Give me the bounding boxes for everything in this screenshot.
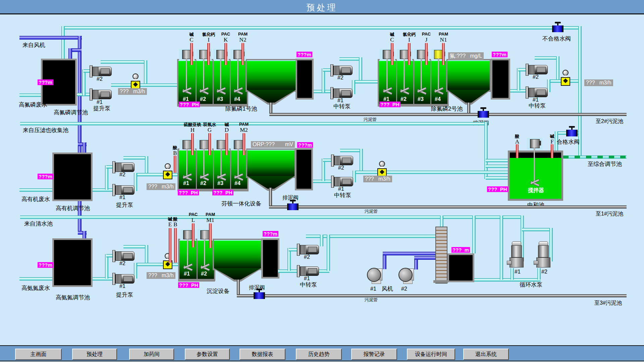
nav-dosing-room[interactable]: 加药间 — [129, 349, 174, 360]
row1-sump1-level-value: ???m — [297, 52, 312, 57]
pipe — [19, 188, 52, 192]
row3-circulation-pump-1[interactable] — [509, 241, 524, 269]
row1-flow-value-2: ??? m3/h — [584, 79, 613, 86]
row2-ph-value-1: ??? PH — [178, 190, 199, 195]
flow-gauge-icon — [132, 73, 139, 81]
row3-lift-pump-1[interactable] — [112, 274, 134, 283]
pipe — [306, 235, 437, 238]
pipe — [123, 245, 148, 248]
row3-circulation-pump-2[interactable] — [536, 241, 550, 269]
nav-equipment-runtime[interactable]: 设备运行时间 — [407, 349, 455, 360]
row1-transfer-pump1-2[interactable] — [330, 66, 352, 74]
row1-flow-meter-2[interactable] — [561, 77, 570, 86]
nav-pretreatment[interactable]: 预处理 — [72, 349, 117, 360]
row2-sludge-pipe-label: 污泥管 — [365, 208, 378, 215]
dose-pipe — [207, 43, 210, 65]
dose-pipe — [224, 43, 227, 65]
pipe — [289, 248, 297, 251]
row2-neutral-mixer[interactable] — [527, 138, 542, 187]
row2-flow-value-1: ??? m3/h — [147, 183, 175, 190]
nav-exit-system[interactable]: 退出系统 — [463, 349, 509, 360]
row2-transfer-pump-label: 中转泵 — [334, 191, 351, 199]
pipe-sludge — [237, 280, 240, 296]
row1-transfer-pump2-1[interactable] — [526, 88, 547, 97]
pipe — [535, 56, 559, 60]
pipe — [287, 248, 291, 271]
row3-regulating-tank — [52, 238, 93, 287]
row1-influent-label: 高氟磷废水 — [19, 101, 47, 109]
row1-train2-label: 除氟磷2号池 — [431, 105, 463, 113]
pipe — [61, 26, 65, 60]
pipe-sludge-main — [269, 205, 627, 208]
cell-number: #2 — [201, 271, 207, 277]
nav-history-trends[interactable]: 历史趋势 — [296, 349, 342, 360]
row1-sludge-drain-valve[interactable] — [478, 111, 489, 118]
row2-lift-pump-1[interactable] — [112, 185, 134, 194]
row3-circ-pump-label: 循环水泵 — [520, 281, 542, 289]
row2-lift-pump-2[interactable] — [112, 163, 134, 171]
page-title: 预处理 — [0, 2, 644, 13]
nav-data-reports[interactable]: 数据报表 — [239, 349, 285, 360]
row2-flow-meter-1[interactable] — [163, 171, 172, 179]
pipe — [352, 80, 379, 83]
row2-sump-level-value: ???m — [297, 142, 313, 148]
dose-pipe — [174, 228, 177, 263]
cell-number: #3 — [217, 180, 223, 186]
row1-ok-water-valve[interactable] — [566, 130, 578, 136]
pump-number: #2 — [533, 74, 539, 80]
row1-lift-pump-label: 提升泵 — [93, 105, 110, 112]
flow-gauge-icon — [562, 70, 569, 77]
cell-number: #2 — [400, 96, 407, 102]
row3-blower-2[interactable] — [398, 267, 414, 284]
row3-transfer-pump-1[interactable] — [297, 266, 318, 275]
row2-sludge-drain-valve[interactable] — [287, 203, 299, 210]
pipe-sludge — [269, 103, 272, 114]
pipe — [123, 156, 148, 160]
row3-lift-pump-label: 提升泵 — [116, 291, 133, 299]
blower-number: #2 — [401, 286, 407, 292]
row1-transfer-pump1-label: 中转泵 — [333, 103, 351, 110]
row3-sludge-drain-valve[interactable] — [254, 292, 265, 299]
row1-lift-pump-2[interactable] — [90, 67, 111, 75]
pump-number: #2 — [97, 76, 103, 82]
row1-reject-water-valve[interactable] — [552, 25, 564, 32]
row1-transfer-pump2-2[interactable] — [526, 65, 547, 74]
cell-number: #3 — [418, 96, 424, 102]
pipe — [62, 26, 582, 29]
dose-pipe — [408, 43, 411, 65]
row2-reg-tank-label: 高有机调节池 — [56, 204, 90, 212]
row2-ph-value-2: ??? PH — [212, 190, 233, 195]
row3-transfer-pump-2[interactable] — [297, 245, 318, 254]
row1-transfer-pump1-1[interactable] — [330, 88, 352, 97]
row3-ph-value: ??? PH — [178, 282, 199, 288]
dose-pipe — [391, 43, 393, 65]
dose-pipe — [551, 144, 553, 158]
cell-number: #4 — [234, 96, 240, 102]
tank-base — [178, 279, 215, 282]
row3-fan-label: 风机 — [382, 285, 393, 293]
funnel — [247, 176, 294, 189]
nav-parameter-settings[interactable]: 参数设置 — [185, 349, 230, 360]
pipe — [500, 216, 503, 280]
row2-transfer-pump-1[interactable] — [331, 177, 353, 186]
row1-lift-pump-1[interactable] — [90, 90, 111, 99]
pump-number: #1 — [119, 283, 125, 289]
row3-lift-pump-2[interactable] — [112, 251, 134, 260]
pipe — [101, 60, 147, 64]
nav-alarm-records[interactable]: 报警记录 — [351, 349, 397, 360]
row1-reg-tank-label: 高氟磷调节池 — [54, 109, 88, 116]
row2-influent-label: 高有机废水 — [21, 195, 50, 203]
pipe — [144, 60, 147, 86]
row2-transfer-pump-2[interactable] — [331, 156, 353, 165]
pipe — [323, 68, 330, 72]
dose-pipe — [225, 133, 228, 155]
pipe — [323, 159, 331, 162]
pipe — [322, 159, 325, 181]
row3-influent-label: 高氨氮废水 — [21, 284, 50, 292]
nav-main-screen[interactable]: 主画面 — [15, 349, 62, 360]
row3-blower-1[interactable] — [367, 267, 382, 284]
dose-code: B — [171, 221, 180, 228]
row2-fenton-label: 芬顿一体化设备 — [221, 200, 261, 207]
row2-to-sludge-label: 至1#污泥池 — [596, 210, 623, 218]
title-bar: 预处理 — [0, 0, 644, 14]
